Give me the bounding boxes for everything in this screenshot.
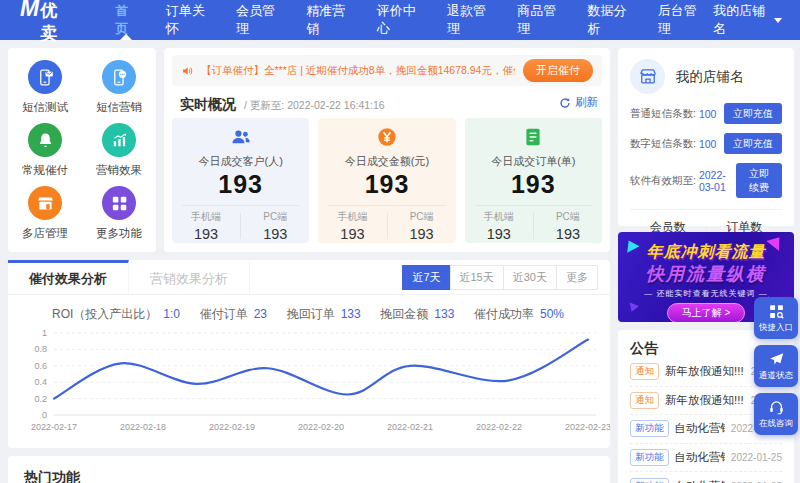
- announcement-text: 【订单催付】全***店 | 近期催付成功8单，挽回金额14678.94元，催付成…: [201, 64, 515, 78]
- date-range-buttons: 近7天 近15天 近30天 更多: [403, 265, 598, 290]
- announcement-text: 自动化营销功能上线: [675, 421, 725, 436]
- quick-menu-label: 更多功能: [96, 226, 142, 241]
- svg-text:2022-02-22: 2022-02-22: [476, 422, 522, 432]
- svg-text:0.4: 0.4: [34, 377, 47, 387]
- quick-menu-label: 短信营销: [96, 100, 142, 115]
- shop-rows: 普通短信条数: 100 立即充值 数字短信条数: 100 立即充值 软件有效期至…: [630, 103, 782, 198]
- announcement-row[interactable]: 新功能 自动化营销功能上线 2022-01-25: [630, 472, 782, 483]
- account-menu[interactable]: 我的店铺名: [713, 2, 782, 38]
- analysis-stat: 催付成功率50%: [474, 306, 564, 323]
- nav-item[interactable]: 评价中心: [362, 0, 432, 40]
- chart-up-icon: [102, 123, 136, 157]
- recharge-button[interactable]: 立即续费: [736, 163, 782, 198]
- shop-header: 我的店铺名: [630, 59, 782, 94]
- analysis-stat-value: 1:0: [163, 307, 180, 321]
- stat-card: 今日成交客户(人) 193 手机端 193 PC端 193: [172, 118, 309, 243]
- mobile-stat: 手机端 193: [318, 210, 386, 242]
- nav-item-label: 后台管理: [658, 2, 698, 38]
- quick-menu-label: 常规催付: [22, 163, 68, 178]
- nav-item[interactable]: 数据分析: [573, 0, 643, 40]
- date-range-button[interactable]: 近15天: [450, 265, 504, 290]
- updated-timestamp: / 更新至: 2022-02-22 16:41:16: [244, 99, 385, 113]
- refresh-icon: [559, 97, 571, 109]
- nav-item-label: 退款管理: [447, 2, 487, 38]
- quick-menu-label: 多店管理: [22, 226, 68, 241]
- floating-button[interactable]: 快捷入口: [754, 297, 798, 339]
- svg-text:1: 1: [42, 328, 47, 338]
- announcement-text: 新年放假通知!!!: [665, 393, 745, 408]
- nav-item[interactable]: 精准营销: [291, 0, 361, 40]
- shop-row: 数字短信条数: 100 立即充值: [630, 133, 782, 154]
- nav-item[interactable]: 退款管理: [432, 0, 502, 40]
- quick-menu-item[interactable]: 营销效果: [82, 123, 156, 186]
- stat-card-value: 193: [318, 170, 455, 199]
- divider: [182, 205, 299, 206]
- stat-card: 今日成交订单(单) 193 手机端 193 PC端 193: [465, 118, 602, 243]
- start-reminder-button[interactable]: 开启催付: [523, 59, 593, 82]
- analysis-tab[interactable]: 营销效果分析: [129, 260, 250, 294]
- decoration: [627, 303, 639, 314]
- analysis-tabs: 催付效果分析 营销效果分析 近7天 近15天 近30天 更多: [8, 260, 610, 295]
- logo-text: 优卖: [40, 0, 66, 45]
- svg-text:2022-02-18: 2022-02-18: [120, 422, 166, 432]
- date-range-button[interactable]: 近30天: [503, 265, 557, 290]
- app-logo: M 优卖: [20, 0, 67, 45]
- recharge-button[interactable]: 立即充值: [724, 103, 782, 124]
- analysis-stats: ROI（投入产出比）1:0 催付订单23 挽回订单133 挽回金额133 催付成…: [8, 295, 610, 323]
- banner-line1: 年底冲刺看流量: [618, 242, 794, 263]
- account-name: 我的店铺名: [713, 2, 767, 38]
- chevron-down-icon: [774, 18, 782, 23]
- nav-item-label: 精准营销: [306, 2, 346, 38]
- announcement-badge: 新功能: [630, 449, 669, 466]
- stat-card-title: 今日成交金额(元): [318, 154, 455, 169]
- recharge-button[interactable]: 立即充值: [724, 133, 782, 154]
- nav-item[interactable]: 会员管理: [221, 0, 291, 40]
- store-icon: [28, 186, 62, 220]
- quick-menu-item[interactable]: 多店管理: [8, 186, 82, 249]
- banner-cta-button[interactable]: 马上了解 >: [667, 303, 746, 322]
- nav-item-label: 订单关怀: [166, 2, 206, 38]
- paper-plane-icon: [754, 351, 798, 368]
- stat-card-title: 今日成交客户(人): [172, 154, 309, 169]
- stat-card-title: 今日成交订单(单): [465, 154, 602, 169]
- floating-button[interactable]: 通道状态: [754, 345, 798, 387]
- stat-cards: 今日成交客户(人) 193 手机端 193 PC端 193: [172, 118, 602, 243]
- nav-item[interactable]: 后台管理: [643, 0, 713, 40]
- hot-functions-title: 热门功能: [8, 456, 610, 483]
- analysis-tab[interactable]: 催付效果分析: [8, 260, 129, 294]
- quick-menu-item[interactable]: 更多功能: [82, 186, 156, 249]
- pc-stat: PC端 193: [534, 210, 602, 242]
- quick-menu-item[interactable]: 常规催付: [8, 123, 82, 186]
- realtime-panel: 【订单催付】全***店 | 近期催付成功8单，挽回金额14678.94元，催付成…: [164, 48, 610, 252]
- headset-icon: [754, 399, 798, 416]
- svg-text:2022-02-17: 2022-02-17: [31, 422, 77, 432]
- announcement-row[interactable]: 新功能 自动化营销功能上线 2022-01-25: [630, 444, 782, 473]
- analysis-stat-value: 133: [434, 307, 454, 321]
- pc-stat: PC端 193: [388, 210, 456, 242]
- divider: [475, 205, 592, 206]
- top-navbar: M 优卖 首页 订单关怀 会员管理 精准营销: [0, 0, 800, 40]
- announcement-bar: 【订单催付】全***店 | 近期催付成功8单，挽回金额14678.94元，催付成…: [172, 55, 602, 86]
- announcement-date: 2022-01-25: [731, 452, 782, 463]
- refresh-label: 刷新: [575, 95, 598, 110]
- date-range-button[interactable]: 近7天: [402, 265, 450, 290]
- realtime-header: 实时概况 / 更新至: 2022-02-22 16:41:16 刷新: [180, 95, 598, 114]
- quick-menu-item[interactable]: 短信营销: [82, 60, 156, 123]
- mobile-stat: 手机端 193: [172, 210, 240, 242]
- refresh-button[interactable]: 刷新: [559, 95, 598, 110]
- stat-card-value: 193: [172, 170, 309, 199]
- order-doc-icon: [522, 126, 544, 152]
- nav-item-label: 首页: [116, 2, 136, 38]
- divider: [328, 205, 445, 206]
- floating-button[interactable]: 在线咨询: [754, 393, 798, 435]
- svg-text:0: 0: [42, 410, 47, 420]
- nav-item[interactable]: 商品管理: [502, 0, 572, 40]
- quick-menu-item[interactable]: 短信测试: [8, 60, 82, 123]
- shop-info-card: 我的店铺名 普通短信条数: 100 立即充值 数字短信条数: 100 立即充值 …: [618, 48, 794, 226]
- date-range-button[interactable]: 更多: [556, 265, 598, 290]
- users-icon: [230, 126, 252, 152]
- nav-item[interactable]: 订单关怀: [151, 0, 221, 40]
- line-chart: 00.20.40.60.812022-02-172022-02-182022-0…: [8, 325, 610, 451]
- nav-item[interactable]: 首页: [101, 0, 151, 40]
- stat-card-breakdown: 手机端 193 PC端 193: [318, 210, 455, 242]
